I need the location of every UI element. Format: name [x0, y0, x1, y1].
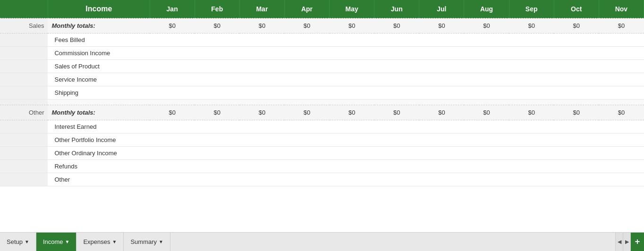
section-1-item-0-month-2	[239, 120, 284, 134]
section-1-item-2-month-8	[509, 147, 554, 160]
section-1-item-3-month-5	[374, 160, 419, 173]
section-1-item-2-month-0	[150, 147, 195, 160]
section-1-item-2-month-10	[599, 147, 644, 160]
section-0-item-3-month-1	[195, 73, 239, 86]
header-aug: Aug	[464, 0, 509, 18]
section-0-item-1-month-2	[239, 47, 284, 60]
section-1-item-0: Interest Earned	[0, 120, 644, 134]
section-1-item-1-month-6	[419, 134, 464, 147]
section-1-total-month-8: $0	[509, 105, 554, 120]
header-jul: Jul	[419, 0, 464, 18]
section-0-total-month-5: $0	[374, 18, 419, 33]
section-0-item-3-month-7	[464, 73, 509, 86]
section-0-item-0: Fees Billed	[0, 33, 644, 47]
section-1-item-1-month-8	[509, 134, 554, 147]
section-0-total-month-6: $0	[419, 18, 464, 33]
section-1-item-0-month-1	[195, 120, 239, 134]
header-sep: Sep	[509, 0, 554, 18]
tab-expenses[interactable]: Expenses ▼	[76, 233, 124, 251]
section-0-total-month-4: $0	[330, 18, 374, 33]
section-0-item-0-month-6	[419, 33, 464, 47]
spreadsheet-area: Income Jan Feb Mar Apr May Jun Jul Aug S…	[0, 0, 644, 232]
section-0-item-4-name: Shipping	[48, 86, 150, 100]
section-1-item-4-month-2	[239, 173, 284, 186]
section-1-item-3-cat-empty	[0, 160, 48, 173]
section-0-item-4-month-10	[599, 86, 644, 100]
tab-setup[interactable]: Setup ▼	[0, 233, 36, 251]
section-1-item-1-name: Other Portfolio Income	[48, 134, 150, 147]
table-wrapper[interactable]: Income Jan Feb Mar Apr May Jun Jul Aug S…	[0, 0, 644, 232]
section-0-item-1-name: Commission Income	[48, 47, 150, 60]
tab-expenses-label: Expenses	[83, 238, 110, 245]
section-1-item-1-month-2	[239, 134, 284, 147]
section-0-item-4: Shipping	[0, 86, 644, 100]
header-category-col	[0, 0, 48, 18]
header-apr: Apr	[284, 0, 329, 18]
header-title: Income	[48, 0, 150, 18]
section-0-item-3-month-6	[419, 73, 464, 86]
section-0-item-4-month-8	[509, 86, 554, 100]
section-0-item-0-month-5	[374, 33, 419, 47]
section-0-total-month-9: $0	[554, 18, 599, 33]
tab-prev-arrow[interactable]: ◀	[616, 233, 623, 251]
header-mar: Mar	[239, 0, 284, 18]
section-1-item-3-month-4	[330, 160, 374, 173]
income-table: Income Jan Feb Mar Apr May Jun Jul Aug S…	[0, 0, 644, 186]
section-0-item-0-cat-empty	[0, 33, 48, 47]
tab-expenses-arrow: ▼	[112, 239, 117, 244]
section-1-item-4-month-5	[374, 173, 419, 186]
section-0-item-3-cat-empty	[0, 73, 48, 86]
section-1-total-month-5: $0	[374, 105, 419, 120]
tab-next-arrow[interactable]: ▶	[623, 233, 631, 251]
section-0-item-1-month-8	[509, 47, 554, 60]
tab-income[interactable]: Income ▼	[36, 233, 77, 251]
section-0-item-2-name: Sales of Product	[48, 60, 150, 73]
section-0-item-4-month-9	[554, 86, 599, 100]
section-0-item-3-month-9	[554, 73, 599, 86]
section-1-item-3-month-6	[419, 160, 464, 173]
section-0-item-0-month-1	[195, 33, 239, 47]
section-0-item-1-month-9	[554, 47, 599, 60]
tab-add-button[interactable]: +	[631, 233, 644, 251]
section-1-item-2-month-9	[554, 147, 599, 160]
header-jun: Jun	[374, 0, 419, 18]
section-1-item-1-month-1	[195, 134, 239, 147]
section-0-item-3-month-4	[330, 73, 374, 86]
section-1-item-0-month-7	[464, 120, 509, 134]
section-1-item-3-month-7	[464, 160, 509, 173]
section-0-item-0-month-7	[464, 33, 509, 47]
tab-nav-arrows: ◀ ▶	[615, 233, 631, 251]
tab-income-arrow: ▼	[65, 239, 70, 244]
section-1-totals-row: OtherMonthly totals:$0$0$0$0$0$0$0$0$0$0…	[0, 105, 644, 120]
section-0-item-2-month-7	[464, 60, 509, 73]
section-0-item-2-month-9	[554, 60, 599, 73]
section-1-item-4-month-1	[195, 173, 239, 186]
section-1-item-4-month-8	[509, 173, 554, 186]
section-1-item-1-month-4	[330, 134, 374, 147]
section-1-total-month-3: $0	[284, 105, 329, 120]
section-1-item-2-month-7	[464, 147, 509, 160]
section-0-total-month-10: $0	[599, 18, 644, 33]
section-0-item-2: Sales of Product	[0, 60, 644, 73]
section-1-item-3-month-9	[554, 160, 599, 173]
section-0-item-3-month-0	[150, 73, 195, 86]
section-1-item-4-month-6	[419, 173, 464, 186]
section-1-item-2-month-1	[195, 147, 239, 160]
section-0-item-0-month-4	[330, 33, 374, 47]
section-0-item-1-month-0	[150, 47, 195, 60]
section-1-total-month-0: $0	[150, 105, 195, 120]
section-1-item-2-month-3	[284, 147, 329, 160]
tab-summary[interactable]: Summary ▼	[124, 233, 170, 251]
section-1-item-2: Other Ordinary Income	[0, 147, 644, 160]
section-1-total-month-1: $0	[195, 105, 239, 120]
section-1-item-3-month-0	[150, 160, 195, 173]
tab-setup-arrow: ▼	[25, 239, 29, 244]
tab-summary-label: Summary	[130, 238, 157, 245]
section-0-item-2-month-2	[239, 60, 284, 73]
section-1-item-2-month-2	[239, 147, 284, 160]
section-0-item-1-month-3	[284, 47, 329, 60]
section-0-item-3-month-2	[239, 73, 284, 86]
section-1-item-0-month-8	[509, 120, 554, 134]
spacer-0	[0, 100, 644, 105]
section-1-item-1-month-5	[374, 134, 419, 147]
